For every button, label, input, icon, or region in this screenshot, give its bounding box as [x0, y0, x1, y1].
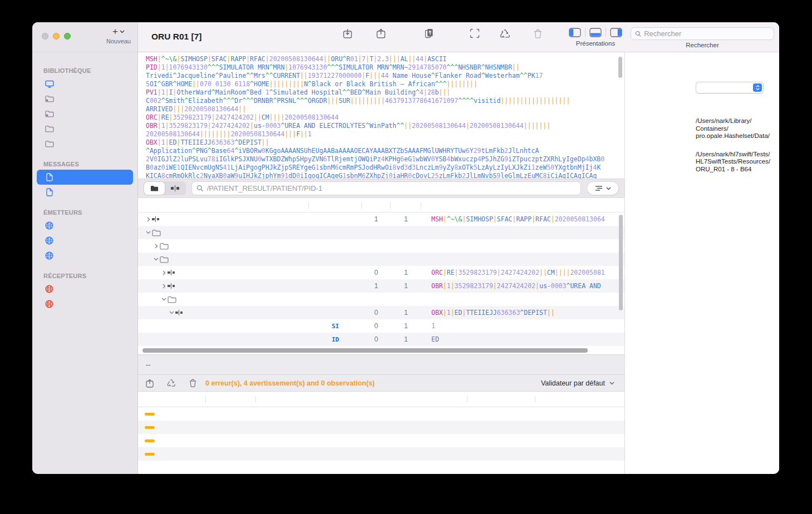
- folder-icon: [45, 140, 54, 147]
- tree-cell-min: 0: [362, 269, 391, 276]
- content: MSH|^~\&|SIMHOSP|SFAC|RAPP|RFAC|20200508…: [138, 52, 779, 474]
- folder-icon: [152, 229, 161, 236]
- document-icon: [46, 173, 53, 181]
- chevron-right-icon: [163, 284, 166, 289]
- folder-icon: [152, 229, 161, 236]
- tree-row-patient[interactable]: [138, 239, 624, 253]
- send-icon: [410, 26, 449, 38]
- sidebar-item-local-2[interactable]: [37, 281, 133, 296]
- tree-row-set-id-obx[interactable]: SI 0 1 1: [138, 319, 624, 333]
- globe-icon: [45, 251, 53, 260]
- status-line: --: [138, 355, 624, 375]
- global-search-input[interactable]: [644, 29, 770, 38]
- sidebar-item-local[interactable]: [37, 296, 133, 312]
- horizontal-scrollbar-thumb[interactable]: [142, 348, 588, 353]
- tree-column-type[interactable]: [309, 201, 362, 210]
- sidebar-item-testtt[interactable]: [37, 91, 133, 106]
- zoom-window-button[interactable]: [64, 33, 71, 39]
- export-icon: [361, 26, 400, 38]
- validation-column-description[interactable]: [256, 395, 467, 404]
- toggle-right-panel-button[interactable]: [610, 28, 622, 37]
- warning-badge: [145, 413, 155, 416]
- tree-row-orc[interactable]: 0 1 ORC|RE|3529823179|2427424202||CM||||…: [138, 266, 624, 279]
- editor-scrollbar-thumb[interactable]: [618, 57, 622, 78]
- tree-row-obr[interactable]: 1 1 OBR|1|3529823179|2427424202|us-0003^…: [138, 279, 624, 293]
- sidebar-section-title: RÉCEPTEURS: [32, 273, 137, 281]
- validation-column-niveau[interactable]: [206, 395, 256, 404]
- warning-badge: [145, 439, 155, 442]
- terser-search-input[interactable]: [207, 184, 576, 192]
- validation-niveau: [206, 409, 256, 418]
- hl7-line: B0az0iWE1QIENvcmUgNS41LjAiPgogPHJkZjpSRE…: [146, 164, 613, 172]
- supprimer-button: [518, 26, 557, 40]
- tree-row-obx[interactable]: 0 1 OBX|1|ED|TTEIIEJJ636363^DEPIST||: [138, 306, 624, 319]
- warning-badge: [145, 426, 155, 429]
- hl7-editor[interactable]: MSH|^~\&|SIMHOSP|SFAC|RAPP|RFAC|20200508…: [138, 52, 624, 179]
- sidebar-header: + Nouveau: [32, 22, 137, 52]
- sidebar-item-dcm4chee-arc[interactable]: [37, 248, 133, 263]
- hl7-line: 20200508130644||||||||20200508130644|||F…: [146, 130, 613, 139]
- sidebar-item-hapi[interactable]: [37, 233, 133, 248]
- tree-row-order-observation[interactable]: [138, 253, 624, 266]
- exporter-button[interactable]: [361, 26, 400, 40]
- new-button[interactable]: + Nouveau: [106, 27, 131, 45]
- toggle-left-panel-button[interactable]: [569, 28, 581, 37]
- validator-selector[interactable]: Validateur par défaut: [541, 379, 617, 387]
- tree-column-max[interactable]: [391, 201, 421, 210]
- clear-report-trash-icon[interactable]: [189, 379, 196, 387]
- hl7-line: 2V0IGJlZ2luPSLvu78iIGlkPSJXNU0wTXBDZWhpS…: [146, 155, 613, 164]
- globe-icon: [45, 300, 53, 308]
- list-options-icon: [595, 185, 603, 191]
- validation-version: [535, 436, 624, 445]
- terser-search-field[interactable]: [191, 181, 581, 195]
- sidebar-item-hl7-cda[interactable]: [37, 121, 133, 136]
- tree-row-value-type[interactable]: ID 0 1 ED: [138, 333, 624, 346]
- validation-row[interactable]: [138, 434, 624, 447]
- validation-row[interactable]: [138, 407, 624, 421]
- sidebar-item-test2[interactable]: [37, 106, 133, 121]
- tree-cell-max: 1: [391, 335, 421, 343]
- global-search-field[interactable]: [631, 27, 774, 40]
- sidebar-item-mdm-t02[interactable]: [37, 185, 133, 200]
- tree-row-patient-result[interactable]: [138, 226, 624, 239]
- filter-bar: [138, 179, 624, 198]
- sidebar-item-local[interactable]: [37, 218, 133, 233]
- validation-row[interactable]: [138, 447, 624, 461]
- validation-row[interactable]: [138, 421, 624, 434]
- segment-icon: [168, 270, 175, 275]
- minimize-window-button[interactable]: [53, 33, 60, 39]
- hl7-version-select[interactable]: [696, 82, 764, 93]
- segment-icon: [168, 283, 175, 289]
- chevron-down-icon: [606, 187, 611, 190]
- close-window-button[interactable]: [42, 33, 48, 39]
- sidebar-item-library[interactable]: [37, 76, 133, 91]
- tree-scrollbar-thumb[interactable]: [619, 215, 623, 310]
- toolbar: ORU R01 [7]: [138, 22, 779, 52]
- tree-cell-type: ID: [309, 336, 362, 343]
- chevron-right-icon: [155, 244, 158, 249]
- export-report-button[interactable]: [146, 379, 154, 388]
- validation-column-type[interactable]: [138, 395, 206, 404]
- validation-column-version[interactable]: [535, 395, 624, 404]
- tree-row-msh[interactable]: 1 1 MSH|^~\&|SIMHOSP|SFAC|RAPP|RFAC|2020…: [138, 212, 624, 226]
- validation-niveau: [206, 449, 256, 458]
- tree-row-observation[interactable]: [138, 293, 624, 306]
- sidebar-item-oru-r01[interactable]: [37, 170, 133, 185]
- validation-column-message[interactable]: [467, 395, 535, 404]
- sidebar-item-hl7-router[interactable]: [37, 136, 133, 151]
- view-options-button[interactable]: [587, 181, 619, 195]
- toggle-bottom-panel-button[interactable]: [589, 28, 602, 37]
- tree-column-min[interactable]: [362, 201, 391, 210]
- folder-icon: [160, 243, 169, 250]
- envoyer-button[interactable]: [410, 26, 449, 40]
- revalidate-icon[interactable]: [167, 379, 176, 387]
- inspector-row: [632, 81, 771, 96]
- validation-table: [138, 407, 624, 474]
- segment-view-segment[interactable]: [165, 182, 185, 195]
- tree-column-nom[interactable]: [138, 201, 309, 210]
- inspector-value: /Users/nark/Library/Containers/pro.opale…: [696, 116, 770, 140]
- folder-view-segment[interactable]: [144, 182, 165, 195]
- hl7-line: 5OI^GBR^HOME||070 0130 6118^HOME||||||||…: [146, 80, 613, 88]
- validation-message: [467, 449, 535, 458]
- tree-column-valeur[interactable]: [421, 201, 624, 210]
